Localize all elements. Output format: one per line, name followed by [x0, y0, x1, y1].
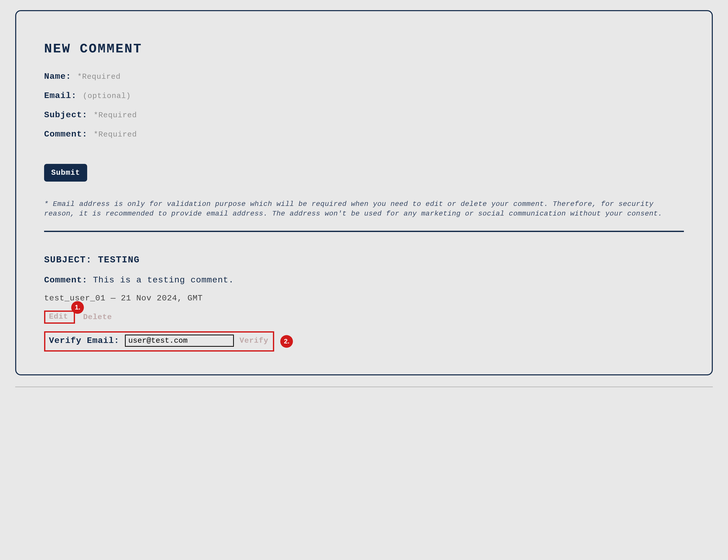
existing-comment-label: Comment:: [44, 275, 87, 285]
existing-comment-value: This is a testing comment.: [93, 275, 234, 285]
subject-label: Subject:: [44, 110, 87, 120]
subject-prefix: SUBJECT:: [44, 255, 92, 265]
name-hint: *Required: [77, 72, 121, 81]
verify-link[interactable]: Verify: [239, 336, 268, 345]
comment-actions: Edit 1. Delete: [44, 310, 684, 324]
submit-button[interactable]: Submit: [44, 164, 87, 182]
edit-link[interactable]: Edit: [49, 312, 68, 321]
edit-highlight-box: Edit 1.: [44, 310, 75, 324]
email-disclaimer: * Email address is only for validation p…: [44, 199, 684, 219]
existing-subject: SUBJECT: TESTING: [44, 255, 684, 265]
field-row-subject: Subject: *Required: [44, 110, 684, 120]
email-label: Email:: [44, 91, 77, 101]
panel-title: NEW COMMENT: [44, 42, 684, 57]
verify-email-input[interactable]: [125, 334, 234, 347]
field-row-email: Email: (optional): [44, 91, 684, 101]
delete-link[interactable]: Delete: [83, 313, 112, 321]
field-row-name: Name: *Required: [44, 72, 684, 81]
comment-hint: *Required: [94, 130, 137, 139]
email-hint: (optional): [83, 92, 131, 100]
verify-email-label: Verify Email:: [49, 336, 119, 345]
field-row-comment: Comment: *Required: [44, 130, 684, 139]
name-label: Name:: [44, 72, 71, 81]
subject-value: TESTING: [98, 255, 140, 265]
verify-highlight-box: Verify Email: Verify: [44, 331, 274, 351]
subject-hint: *Required: [94, 111, 137, 120]
existing-comment: Comment: This is a testing comment.: [44, 275, 684, 285]
comment-panel: NEW COMMENT Name: *Required Email: (opti…: [15, 10, 713, 375]
page-bottom-rule: [15, 386, 713, 387]
section-divider: [44, 231, 684, 232]
callout-badge-1: 1.: [71, 301, 84, 314]
callout-badge-2: 2.: [280, 335, 293, 348]
existing-meta: test_user_01 — 21 Nov 2024, GMT: [44, 293, 684, 303]
comment-label: Comment:: [44, 130, 87, 139]
